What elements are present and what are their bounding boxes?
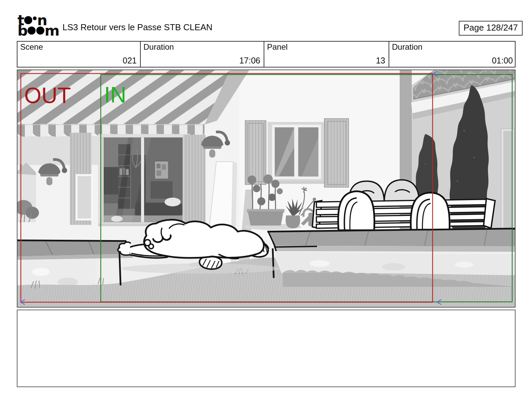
panel-field: Panel 13 xyxy=(264,42,389,67)
logo-letter: m xyxy=(45,26,59,36)
scene-field: Scene 021 xyxy=(17,42,141,67)
scene-duration-label: Duration xyxy=(143,42,174,52)
out-label: OUT xyxy=(24,83,71,108)
shuttered-window xyxy=(245,119,349,187)
panel-duration-value: 01:00 xyxy=(492,56,513,65)
project-title: LS3 Retour vers le Passe STB CLEAN xyxy=(62,22,213,33)
scene-duration-field: Duration 17:06 xyxy=(141,42,264,67)
scene-value: 021 xyxy=(123,56,137,65)
in-label: IN xyxy=(104,82,126,107)
logo-dot-icon xyxy=(36,27,44,35)
panel-info-row: Scene 021 Duration 17:06 Panel 13 Durati… xyxy=(17,41,516,67)
toonboom-logo: t n b m xyxy=(17,15,61,36)
panel-duration-label: Duration xyxy=(392,42,423,52)
logo-dot-icon xyxy=(33,16,37,20)
storyboard-panel: OUT IN xyxy=(17,70,516,308)
scene-duration-value: 17:06 xyxy=(239,56,260,65)
scene-label: Scene xyxy=(20,42,43,52)
logo-letter: b xyxy=(17,26,27,36)
panel-label: Panel xyxy=(267,42,287,52)
caption-box xyxy=(17,310,516,387)
panel-duration-field: Duration 01:00 xyxy=(389,42,516,67)
logo-dot-icon xyxy=(28,27,36,35)
sliding-glass-door xyxy=(70,133,206,226)
panel-value: 13 xyxy=(376,56,385,65)
page-number-box: Page 128/247 xyxy=(459,21,523,36)
storyboard-panel-image: OUT IN xyxy=(17,70,515,307)
